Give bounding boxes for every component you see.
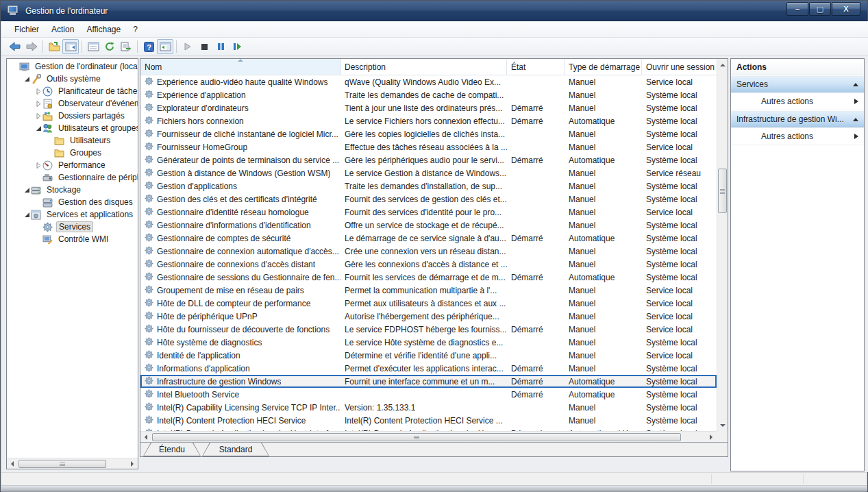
tree-item-utilisateurs-et-groupes-l[interactable]: Utilisateurs et groupes l <box>7 122 138 134</box>
tree-item-planificateur-de-t-ches[interactable]: Planificateur de tâches <box>7 85 138 97</box>
service-row[interactable]: Intel(R) Content Protection HECI Service… <box>140 414 717 427</box>
column-header--tat[interactable]: État <box>507 59 565 75</box>
column-header-description[interactable]: Description <box>340 59 507 75</box>
menu-item-affichage[interactable]: Affichage <box>80 23 127 36</box>
service-row[interactable]: Infrastructure de gestion WindowsFournit… <box>140 375 717 388</box>
menu-item-action[interactable]: Action <box>45 23 80 36</box>
back-icon[interactable] <box>7 39 23 54</box>
service-row[interactable]: Gestionnaire d'identité réseau homologue… <box>140 206 717 219</box>
service-row[interactable]: Identité de l'applicationDétermine et vé… <box>140 349 717 362</box>
properties-icon[interactable] <box>85 39 101 54</box>
tree-scroll-thumb[interactable] <box>18 460 106 468</box>
service-row[interactable]: Gestion à distance de Windows (Gestion W… <box>140 167 717 180</box>
tree-item-dossiers-partag-s[interactable]: Dossiers partagés <box>7 110 138 122</box>
column-header-nom[interactable]: Nom <box>140 59 340 75</box>
service-row[interactable]: Expérience d'applicationTraite les deman… <box>140 88 717 101</box>
cell-state <box>507 88 565 101</box>
service-row[interactable]: Gestionnaire de comptes de sécuritéLe dé… <box>140 232 717 245</box>
tree-item-services-et-applications[interactable]: Services et applications <box>7 208 138 221</box>
scroll-up-icon[interactable] <box>717 60 728 70</box>
stop-service-icon[interactable] <box>196 39 212 54</box>
service-row[interactable]: Intel(R) Capability Licensing Service TC… <box>140 401 717 414</box>
help-icon[interactable]: ? <box>140 39 157 54</box>
service-row[interactable]: Hôte de périphérique UPnPAutorise l'hébe… <box>140 310 717 323</box>
tree-item-services[interactable]: Services <box>7 221 138 233</box>
tree-item-gestion-de-l-ordinateur-local[interactable]: Gestion de l'ordinateur (local) <box>7 60 138 73</box>
service-row[interactable]: Générateur de points de terminaison du s… <box>140 153 717 167</box>
collapse-icon[interactable] <box>23 210 31 219</box>
expand-icon[interactable] <box>34 99 42 108</box>
service-row[interactable]: Fichiers hors connexionLe service Fichie… <box>140 114 717 127</box>
actions-item-autres-actions[interactable]: Autres actions <box>731 93 864 110</box>
cell-text: Système local <box>646 182 697 191</box>
collapse-icon[interactable] <box>23 186 31 194</box>
column-header-type-de-d-marrage[interactable]: Type de démarrage <box>565 59 642 75</box>
menu-item-fichier[interactable]: Fichier <box>8 23 45 36</box>
tab-tendu[interactable]: Étendu <box>143 443 201 456</box>
tree-item-observateur-d-v-neme[interactable]: Observateur d'événeme <box>7 97 138 110</box>
service-row[interactable]: Gestionnaire de connexion automatique d'… <box>140 245 717 258</box>
service-row[interactable]: Gestionnaire de sessions du Gestionnaire… <box>140 271 717 284</box>
cell-name: Identité de l'application <box>140 349 340 362</box>
minimize-button[interactable]: – <box>786 2 808 16</box>
expand-icon[interactable] <box>34 87 42 95</box>
menu-item-?[interactable]: ? <box>127 23 144 36</box>
service-row[interactable]: Hôte du fournisseur de découverte de fon… <box>140 323 717 336</box>
service-row[interactable]: Intel Bluetooth ServiceDémarréAutomatiqu… <box>140 388 717 401</box>
start-service-icon[interactable] <box>179 39 196 54</box>
expand-icon[interactable] <box>34 161 42 169</box>
service-row[interactable]: Explorateur d'ordinateursTient à jour un… <box>140 101 717 114</box>
service-row[interactable]: Hôte système de diagnosticsLe service Hô… <box>140 336 717 349</box>
service-row[interactable]: Hôte de DLL de compteur de performancePe… <box>140 297 717 310</box>
tree-item-stockage[interactable]: Stockage <box>7 184 138 196</box>
refresh-icon[interactable] <box>101 39 118 54</box>
tree-item-gestionnaire-de-p-riph[interactable]: Gestionnaire de périphé <box>7 171 138 184</box>
tree-horizontal-scrollbar[interactable] <box>7 458 138 469</box>
export-list-icon[interactable] <box>118 39 134 54</box>
service-row[interactable]: Fournisseur HomeGroupEffectue des tâches… <box>140 140 717 153</box>
scroll-right-icon[interactable] <box>706 432 717 442</box>
list-vertical-scrollbar[interactable] <box>717 59 728 431</box>
maximize-button[interactable]: ▢ <box>809 2 831 16</box>
tree-item-performance[interactable]: Performance <box>7 159 138 171</box>
column-header-ouvrir-une-session-e[interactable]: Ouvrir une session e <box>642 59 717 75</box>
service-row[interactable]: Gestionnaire d'informations d'identifica… <box>140 219 717 232</box>
tab-standard[interactable]: Standard <box>202 443 269 456</box>
forward-icon[interactable] <box>23 39 40 54</box>
action-pane-icon[interactable] <box>157 39 173 54</box>
tree-item-gestion-des-disques[interactable]: Gestion des disques <box>7 196 138 208</box>
console-tree-icon[interactable] <box>62 39 79 54</box>
collapse-icon[interactable] <box>34 124 42 132</box>
tree-item-outils-syst-me[interactable]: Outils système <box>7 73 138 85</box>
scroll-right-icon[interactable] <box>127 458 138 469</box>
service-row[interactable]: Groupement de mise en réseau de pairsPer… <box>140 284 717 297</box>
actions-section-header[interactable]: Infrastructure de gestion Wi... <box>731 111 864 127</box>
collapse-section-icon[interactable] <box>853 118 858 121</box>
restart-service-icon[interactable] <box>229 39 245 54</box>
service-row[interactable]: Gestion d'applicationsTraite les demande… <box>140 180 717 193</box>
tree-item-utilisateurs[interactable]: Utilisateurs <box>7 134 138 147</box>
service-row[interactable]: Gestion des clés et des certificats d'in… <box>140 193 717 206</box>
close-button[interactable]: X <box>832 2 860 16</box>
scroll-down-icon[interactable] <box>717 420 728 430</box>
service-row[interactable]: Gestionnaire de connexions d'accès dista… <box>140 258 717 271</box>
list-hscroll-thumb[interactable] <box>152 433 681 441</box>
list-horizontal-scrollbar[interactable] <box>140 431 717 442</box>
tree-item-groupes[interactable]: Groupes <box>7 147 138 159</box>
cell-text: Manuel <box>569 195 595 204</box>
actions-section-header[interactable]: Services <box>731 76 864 93</box>
pause-service-icon[interactable] <box>212 39 229 54</box>
scroll-left-icon[interactable] <box>140 432 151 442</box>
title-bar[interactable]: Gestion de l'ordinateur –▢X <box>1 1 867 21</box>
actions-item-autres-actions[interactable]: Autres actions <box>731 127 864 145</box>
service-row[interactable]: Informations d'applicationPermet d'exécu… <box>140 362 717 375</box>
collapse-icon[interactable] <box>23 75 31 83</box>
service-row[interactable]: Fournisseur de cliché instantané de logi… <box>140 127 717 140</box>
export-folder-icon[interactable] <box>46 39 62 54</box>
scroll-left-icon[interactable] <box>7 458 18 469</box>
service-row[interactable]: Expérience audio-vidéo haute qualité Win… <box>140 75 717 88</box>
tree-item-contr-le-wmi[interactable]: Contrôle WMI <box>7 233 138 245</box>
list-scroll-thumb[interactable] <box>718 169 727 213</box>
collapse-section-icon[interactable] <box>853 83 858 86</box>
expand-icon[interactable] <box>34 112 42 120</box>
